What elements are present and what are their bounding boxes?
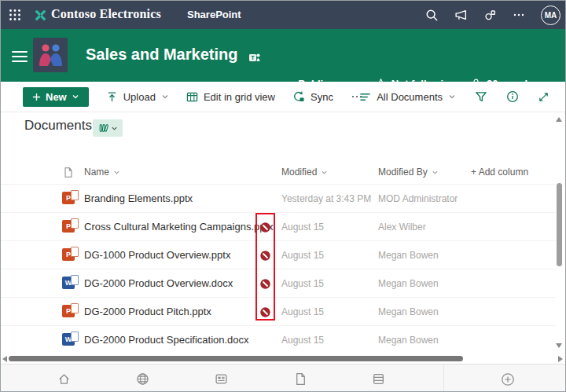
chevron-down-icon: [113, 169, 120, 176]
plus-icon: [32, 93, 41, 101]
chevron-down-icon: [161, 93, 169, 101]
horizontal-scrollbar-thumb[interactable]: [9, 356, 463, 361]
modified-by-cell: Megan Bowen: [378, 250, 439, 261]
modified-by-cell: Megan Bowen: [378, 306, 439, 317]
grid-icon: [186, 91, 198, 103]
file-type-icon: W: [62, 333, 75, 346]
file-type-icon: W: [62, 277, 75, 289]
scroll-right-arrow[interactable]: [558, 356, 563, 362]
table-row[interactable]: P Cross Cultural Marketing Campaigns.ppt…: [1, 213, 556, 241]
expand-icon[interactable]: [538, 91, 549, 103]
scroll-left-arrow[interactable]: [2, 356, 7, 362]
modified-by-cell: Alex Wilber: [378, 222, 426, 233]
command-bar: New Upload Edit in grid view Sync All Do…: [1, 82, 565, 112]
app-launcher-icon[interactable]: [9, 9, 21, 21]
account-avatar[interactable]: MA: [541, 5, 560, 25]
sync-icon: [292, 90, 305, 103]
suite-bar: Contoso Electronics SharePoint MA: [1, 1, 565, 29]
sharepoint-window: Contoso Electronics SharePoint MA Sales …: [0, 0, 566, 392]
brand-name: Contoso Electronics: [51, 7, 161, 21]
file-name[interactable]: DG-1000 Product Overview.pptx: [84, 249, 230, 261]
filter-icon[interactable]: [475, 90, 487, 103]
table-row[interactable]: W DG-2000 Product Specification.docx Aug…: [1, 326, 556, 354]
file-name[interactable]: DG-2000 Product Specification.docx: [84, 334, 249, 346]
sync-button[interactable]: Sync: [292, 90, 333, 103]
settings-icon[interactable]: [483, 9, 497, 22]
modified-cell: August 15: [281, 335, 324, 346]
table-row[interactable]: P DG-2000 Product Pitch.pptx August 15 M…: [1, 298, 556, 326]
chevron-down-icon: [111, 125, 118, 132]
add-icon[interactable]: [501, 372, 515, 387]
column-header-modified-by[interactable]: Modified By: [378, 167, 439, 178]
vertical-scrollbar[interactable]: [553, 114, 564, 350]
edit-grid-view-button[interactable]: Edit in grid view: [186, 91, 275, 103]
chevron-down-icon: [432, 169, 439, 176]
info-icon[interactable]: [506, 90, 519, 103]
announcements-icon[interactable]: [454, 9, 468, 22]
library-title: Documents: [24, 118, 92, 134]
globe-icon[interactable]: [136, 372, 149, 386]
upload-icon: [106, 91, 118, 103]
more-icon[interactable]: [513, 9, 525, 21]
site-logo[interactable]: [33, 38, 68, 72]
table-row[interactable]: P DG-1000 Product Overview.pptx August 1…: [1, 241, 556, 269]
home-icon[interactable]: [57, 372, 71, 386]
chevron-down-icon: [448, 93, 456, 101]
view-selector[interactable]: All Documents: [359, 91, 456, 103]
chevron-down-icon: [321, 169, 328, 176]
horizontal-scrollbar[interactable]: [1, 354, 565, 364]
svg-text:T: T: [251, 54, 255, 61]
column-header-name[interactable]: Name: [84, 167, 120, 178]
modified-cell: August 15: [281, 250, 324, 261]
modified-by-cell: Megan Bowen: [378, 278, 439, 289]
file-type-icon: P: [62, 192, 75, 204]
modified-cell: August 15: [281, 278, 324, 289]
add-column-button[interactable]: + Add column: [471, 167, 528, 178]
file-name[interactable]: Branding Elements.pptx: [84, 192, 193, 204]
file-name[interactable]: Cross Cultural Marketing Campaigns.pptx: [84, 221, 274, 233]
vertical-scrollbar-thumb[interactable]: [557, 183, 562, 266]
pipeline-view-icon: [98, 123, 109, 134]
sync-blocked-icon: [260, 250, 270, 264]
file-type-icon: P: [62, 248, 75, 261]
hamburger-menu-icon[interactable]: [12, 48, 28, 65]
modified-by-cell: Megan Bowen: [378, 335, 439, 346]
footer-nav: [1, 364, 565, 392]
site-title[interactable]: Sales and Marketing: [86, 46, 237, 64]
file-type-icon: P: [62, 220, 75, 233]
sync-blocked-icon: [260, 222, 270, 236]
modified-cell: Yesterday at 3:43 PM: [281, 193, 371, 204]
lists-icon[interactable]: [372, 372, 385, 386]
document-icon: [63, 167, 74, 178]
sync-blocked-icon: [260, 278, 270, 292]
new-button[interactable]: New: [23, 87, 89, 107]
file-name[interactable]: DG-2000 Product Pitch.pptx: [84, 306, 211, 317]
upload-button[interactable]: Upload: [106, 91, 169, 103]
chevron-down-icon: [72, 93, 79, 101]
document-list: P Branding Elements.pptx Yesterday at 3:…: [1, 185, 556, 354]
modified-cell: August 15: [281, 306, 324, 317]
contoso-logo-icon: [34, 9, 47, 22]
teams-icon[interactable]: T: [248, 51, 261, 64]
scroll-down-arrow[interactable]: [556, 343, 562, 348]
file-name[interactable]: DG-2000 Product Overview.docx: [84, 277, 233, 289]
modified-by-cell: MOD Administrator: [378, 193, 458, 204]
news-icon[interactable]: [215, 372, 228, 386]
file-type-icon: P: [62, 305, 75, 317]
footer-divider: [443, 365, 444, 392]
scroll-up-arrow[interactable]: [556, 117, 562, 122]
column-header-modified[interactable]: Modified: [281, 167, 328, 178]
product-name[interactable]: SharePoint: [187, 9, 241, 20]
view-lines-icon: [359, 91, 371, 103]
file-type-column-icon[interactable]: [63, 167, 74, 178]
document-icon[interactable]: [294, 372, 307, 386]
view-pill[interactable]: [93, 119, 123, 137]
search-icon[interactable]: [425, 9, 439, 22]
sync-blocked-icon: [260, 306, 270, 321]
table-row[interactable]: P Branding Elements.pptx Yesterday at 3:…: [1, 185, 556, 213]
site-header: Sales and Marketing T Public group Not f…: [1, 29, 565, 82]
table-header: Name Modified Modified By + Add column: [1, 162, 556, 185]
modified-cell: August 15: [281, 222, 324, 233]
table-row[interactable]: W DG-2000 Product Overview.docx August 1…: [1, 269, 556, 298]
